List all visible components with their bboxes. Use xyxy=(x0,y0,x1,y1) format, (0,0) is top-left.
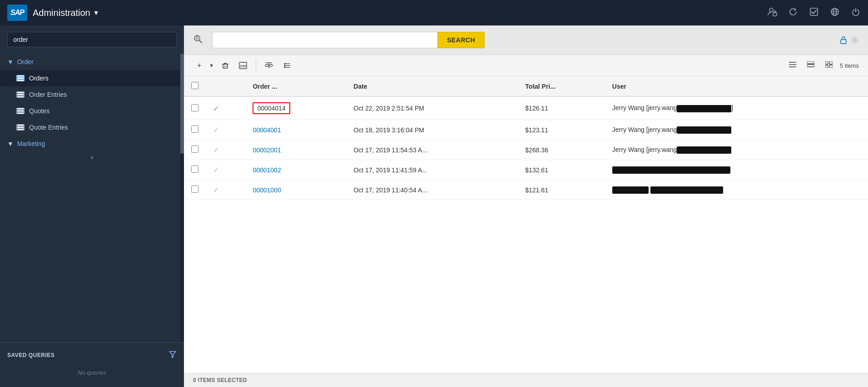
list-detail-button[interactable] xyxy=(279,59,295,72)
row-checkbox[interactable] xyxy=(191,126,198,133)
globe-icon[interactable] xyxy=(830,7,840,19)
add-dropdown-button[interactable]: ▼ xyxy=(207,60,216,71)
row-status-cell: ✓ xyxy=(206,120,245,140)
compare-button[interactable] xyxy=(261,59,277,72)
row-checkbox[interactable] xyxy=(191,146,198,153)
row-checkbox-cell xyxy=(184,180,206,200)
table-row[interactable]: ✓ 00001002 Oct 17, 2019 11:41:59 A... $1… xyxy=(184,160,868,180)
add-button[interactable]: + xyxy=(193,59,205,72)
table-header-status xyxy=(206,76,245,96)
power-icon[interactable] xyxy=(851,7,861,19)
refresh-icon[interactable] xyxy=(788,7,798,19)
no-queries-text: No queries xyxy=(7,366,177,380)
filter-icon[interactable] xyxy=(169,350,177,360)
row-checkbox-cell xyxy=(184,120,206,140)
table-row[interactable]: ✓ 00002001 Oct 17, 2019 11:54:53 A... $2… xyxy=(184,140,868,160)
check-square-icon[interactable] xyxy=(809,7,819,19)
row-view-button[interactable] xyxy=(804,59,818,72)
scale-icon xyxy=(265,62,273,69)
export-csv-button[interactable]: CSV xyxy=(235,59,251,72)
dropdown-arrow-icon: ▼ xyxy=(209,63,214,68)
row-checkbox[interactable] xyxy=(191,186,198,193)
row-order-id-cell[interactable]: 00001002 xyxy=(245,160,346,180)
svg-marker-20 xyxy=(169,352,176,357)
toolbar-right: 5 items xyxy=(785,59,859,72)
nav-group-order[interactable]: ▼ Order xyxy=(0,54,184,70)
row-date-cell: Oct 17, 2019 11:54:53 A... xyxy=(346,140,518,160)
nav-group-marketing[interactable]: ▼ Marketing xyxy=(0,136,184,152)
table-wrapper: Order ... Date Total Pri... User ✓ 00004… xyxy=(184,76,868,373)
search-button[interactable]: SEARCH xyxy=(437,32,485,48)
sidebar-item-quote-entries[interactable]: Quote Entries xyxy=(0,119,184,136)
row-total-cell: $132.61 xyxy=(518,160,605,180)
content-area: SEARCH + ▼ CSV xyxy=(184,25,868,387)
toolbar-separator xyxy=(256,60,256,71)
row-total-cell: $123.11 xyxy=(518,120,605,140)
user-lock-icon[interactable] xyxy=(767,7,777,19)
order-id-value[interactable]: 00002001 xyxy=(253,146,281,154)
app-title-area[interactable]: Administration ▼ xyxy=(33,8,99,18)
delete-button[interactable] xyxy=(218,59,233,72)
row-checkbox[interactable] xyxy=(191,104,198,111)
svg-text:CSV: CSV xyxy=(240,65,247,68)
sidebar-item-orders[interactable]: Orders xyxy=(0,70,184,86)
row-date-cell: Oct 17, 2019 11:40:54 A... xyxy=(346,180,518,200)
sidebar-search-input[interactable] xyxy=(7,32,177,47)
svg-point-0 xyxy=(769,8,773,12)
row-order-id-cell[interactable]: 00002001 xyxy=(245,140,346,160)
lock-icon-area xyxy=(839,35,859,45)
sidebar-item-orders-label: Orders xyxy=(29,75,49,82)
nav-group-order-label: Order xyxy=(17,58,34,65)
svg-rect-14 xyxy=(17,108,24,109)
sap-logo[interactable]: SAP xyxy=(7,5,27,21)
table-header-user[interactable]: User xyxy=(605,76,868,96)
grid-view-button[interactable] xyxy=(822,59,836,72)
svg-rect-28 xyxy=(223,64,228,68)
status-check-icon: ✓ xyxy=(213,166,219,174)
sidebar-scrollthumb[interactable] xyxy=(180,54,184,154)
table-header-total[interactable]: Total Pri... xyxy=(518,76,605,96)
triangle-icon: ▼ xyxy=(7,58,14,65)
order-id-value[interactable]: 00001002 xyxy=(253,166,281,174)
list-view-button[interactable] xyxy=(785,59,800,72)
status-text: 0 ITEMS SELECTED xyxy=(193,377,247,383)
row-checkbox-cell xyxy=(184,160,206,180)
row-user-cell xyxy=(605,160,868,180)
sidebar-scrolltrack[interactable] xyxy=(180,54,184,342)
order-entries-icon xyxy=(16,91,25,98)
row-date-cell: Oct 17, 2019 11:41:59 A... xyxy=(346,160,518,180)
row-order-id-cell[interactable]: 00004014 xyxy=(245,96,346,120)
order-id-value[interactable]: 00001000 xyxy=(253,186,281,194)
table-row[interactable]: ✓ 00001000 Oct 17, 2019 11:40:54 A... $1… xyxy=(184,180,868,200)
row-total-cell: $121.61 xyxy=(518,180,605,200)
settings-icon[interactable] xyxy=(851,36,859,44)
table-header-date[interactable]: Date xyxy=(346,76,518,96)
status-bar: 0 ITEMS SELECTED xyxy=(184,373,868,387)
row-checkbox[interactable] xyxy=(191,166,198,173)
chevron-down-icon: ▼ xyxy=(93,9,99,16)
content-search-input[interactable] xyxy=(212,32,437,48)
row-order-id-cell[interactable]: 00001000 xyxy=(245,180,346,200)
sidebar-item-quotes[interactable]: Quotes xyxy=(0,103,184,119)
table-header-row: Order ... Date Total Pri... User xyxy=(184,76,868,96)
svg-rect-12 xyxy=(17,94,24,95)
table-row[interactable]: ✓ 00004001 Oct 18, 2019 3:16:04 PM $123.… xyxy=(184,120,868,140)
row-order-id-cell[interactable]: 00004001 xyxy=(245,120,346,140)
sidebar-item-order-entries[interactable]: Order Entries xyxy=(0,86,184,103)
order-id-value[interactable]: 00004001 xyxy=(253,126,281,134)
svg-rect-15 xyxy=(17,111,24,111)
row-status-cell: ✓ xyxy=(206,180,245,200)
table-row[interactable]: ✓ 00004014 Oct 22, 2019 2:51:54 PM $126.… xyxy=(184,96,868,120)
status-check-icon: ✓ xyxy=(213,146,219,154)
status-check-icon: ✓ xyxy=(213,105,219,112)
svg-rect-46 xyxy=(807,65,814,67)
search-options-icon[interactable] xyxy=(193,34,203,46)
nav-group-marketing-label: Marketing xyxy=(17,140,45,147)
table-header-order-id[interactable]: Order ... xyxy=(245,76,346,96)
order-id-value[interactable]: 00004014 xyxy=(253,102,290,114)
toolbar: + ▼ CSV xyxy=(184,55,868,76)
select-all-checkbox[interactable] xyxy=(191,82,198,89)
svg-rect-18 xyxy=(17,127,24,128)
svg-point-27 xyxy=(853,39,856,41)
svg-rect-11 xyxy=(17,92,24,93)
